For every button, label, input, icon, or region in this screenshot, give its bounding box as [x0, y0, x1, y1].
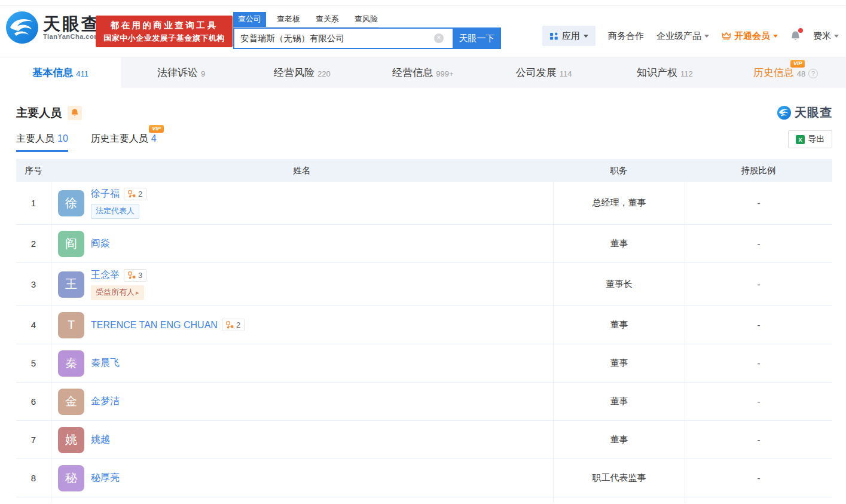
person-tag-label: 法定代表人 [96, 206, 135, 216]
subtab-current[interactable]: 主要人员10 [16, 133, 68, 152]
arrow-right-icon: ▸ [136, 289, 139, 297]
name-cell: 姚姚越 [51, 421, 553, 459]
tab-count: 112 [680, 69, 693, 78]
tab-label: 基本信息 [32, 66, 73, 80]
person-name-link[interactable]: 徐子福 [91, 188, 120, 200]
chevron-down-icon [584, 35, 588, 38]
avatar[interactable]: 秦 [58, 350, 84, 377]
tab-operating-risk[interactable]: 经营风险220 [242, 57, 362, 88]
avatar[interactable]: 徐 [58, 190, 84, 216]
subtab-count: 4 [151, 133, 157, 143]
tab-company-development[interactable]: 公司发展114 [484, 57, 604, 88]
search-tab-risk[interactable]: 查风险 [350, 12, 383, 27]
table-row: 4TTERENCE TAN ENG CHUAN2董事- [16, 306, 832, 344]
avatar[interactable]: 姚 [58, 427, 84, 453]
monitor-bell-button[interactable] [68, 106, 82, 120]
search-tab-relation[interactable]: 查关系 [311, 12, 344, 27]
tab-count: 114 [560, 69, 572, 78]
person-tag[interactable]: 法定代表人 [91, 204, 139, 219]
search-tab-company[interactable]: 查公司 [233, 12, 266, 27]
apps-button[interactable]: 应用 [542, 26, 595, 46]
open-vip-link[interactable]: 开通会员 [722, 30, 778, 42]
export-button[interactable]: X 导出 [788, 130, 832, 148]
share-cell: - [685, 225, 832, 262]
column-header: 姓名 [51, 165, 553, 176]
tianyancha-logo[interactable]: 天眼查 TianYanCha.com [6, 11, 100, 44]
row-index: 5 [16, 344, 51, 382]
position-cell: 职工代表监事 [553, 459, 685, 497]
table-row: 6金金梦洁董事- [16, 383, 832, 421]
person-tag[interactable]: 受益所有人▸ [91, 285, 144, 300]
clear-icon[interactable]: × [434, 33, 444, 43]
position-cell: 董事 [553, 383, 685, 420]
share-cell: - [685, 344, 832, 382]
avatar[interactable]: 阎 [58, 231, 84, 257]
position-cell: 总经理，董事 [553, 182, 685, 224]
watermark-text: 天眼查 [795, 105, 832, 121]
tab-count: 9 [201, 69, 205, 78]
position-cell: 董事长 [553, 263, 685, 306]
tab-basic-info[interactable]: 基本信息411 [0, 57, 121, 88]
person-name-link[interactable]: 姚越 [91, 433, 110, 446]
relation-count: 3 [138, 271, 142, 280]
vip-badge: VIP [790, 60, 805, 68]
search-button[interactable]: 天眼一下 [453, 28, 501, 49]
enterprise-product-link[interactable]: 企业级产品 [656, 30, 709, 42]
relation-graph-badge[interactable]: 2 [222, 319, 245, 331]
share-cell: - [685, 421, 832, 459]
table-row: 3王王念举3受益所有人▸董事长- [16, 263, 832, 306]
subtab-history[interactable]: 历史主要人员4VIP [91, 133, 157, 152]
name-cell: TTERENCE TAN ENG CHUAN2 [51, 306, 553, 344]
search-tab-boss[interactable]: 查老板 [272, 12, 305, 27]
tab-intellectual-property[interactable]: 知识产权112 [604, 57, 725, 88]
section-title: 主要人员 [16, 105, 62, 121]
column-header: 职务 [553, 165, 685, 176]
header-nav: 应用 商务合作 企业级产品 开通会员 费米 [542, 26, 839, 46]
site-header: 天眼查 TianYanCha.com 都在用的商业查询工具 国家中小企业发展子基… [0, 6, 846, 57]
relation-graph-badge[interactable]: 3 [124, 269, 146, 282]
share-cell: - [685, 182, 832, 224]
person-tag-label: 受益所有人 [96, 287, 135, 298]
row-index: 6 [16, 383, 51, 420]
avatar[interactable]: 秘 [58, 465, 84, 491]
person-name-link[interactable]: 秦晨飞 [91, 357, 120, 369]
person-name-link[interactable]: 秘厚亮 [91, 472, 120, 484]
tab-history-info[interactable]: 历史信息48VIP? [725, 57, 846, 88]
slogan-line2: 国家中小企业发展子基金旗下机构 [96, 33, 233, 44]
person-name-link[interactable]: 金梦洁 [91, 395, 120, 408]
avatar[interactable]: 金 [58, 389, 84, 415]
position-cell: 董事 [553, 225, 685, 262]
enterprise-product-label: 企业级产品 [656, 30, 701, 42]
row-index: 8 [16, 459, 51, 497]
people-table: 序号姓名职务持股比例 1徐徐子福2法定代表人总经理，董事-2阎阎焱董事-3王王念… [16, 159, 832, 503]
tab-operating-info[interactable]: 经营信息999+ [362, 57, 483, 88]
table-row-partial [16, 497, 832, 503]
business-coop-link[interactable]: 商务合作 [608, 30, 644, 42]
tab-label: 法律诉讼 [157, 66, 198, 80]
person-name-link[interactable]: 阎焱 [91, 237, 110, 250]
top-hairline [0, 0, 846, 6]
excel-icon: X [796, 135, 805, 144]
avatar[interactable]: 王 [58, 271, 84, 298]
vip-badge: VIP [149, 125, 164, 133]
person-name-link[interactable]: 王念举 [91, 269, 120, 282]
logo-domain: TianYanCha.com [43, 33, 100, 40]
relation-graph-icon [226, 321, 234, 329]
tab-label: 经营信息 [392, 66, 433, 80]
tab-label: 经营风险 [274, 66, 314, 80]
table-row: 2阎阎焱董事- [16, 225, 832, 263]
person-name-link[interactable]: TERENCE TAN ENG CHUAN [91, 320, 218, 331]
tianyancha-logo-icon [6, 11, 38, 44]
relation-graph-badge[interactable]: 2 [124, 188, 146, 200]
user-menu[interactable]: 费米 [813, 30, 839, 42]
row-index: 7 [16, 421, 51, 459]
tab-count: 48 [797, 69, 805, 78]
tab-legal[interactable]: 法律诉讼9 [121, 57, 242, 88]
relation-graph-icon [128, 190, 136, 198]
search-input[interactable] [233, 28, 453, 49]
svg-text:X: X [798, 137, 802, 143]
avatar[interactable]: T [58, 312, 84, 338]
notification-bell[interactable] [790, 30, 801, 42]
name-cell: 阎阎焱 [51, 225, 553, 262]
subtab-label: 主要人员 [16, 133, 54, 143]
